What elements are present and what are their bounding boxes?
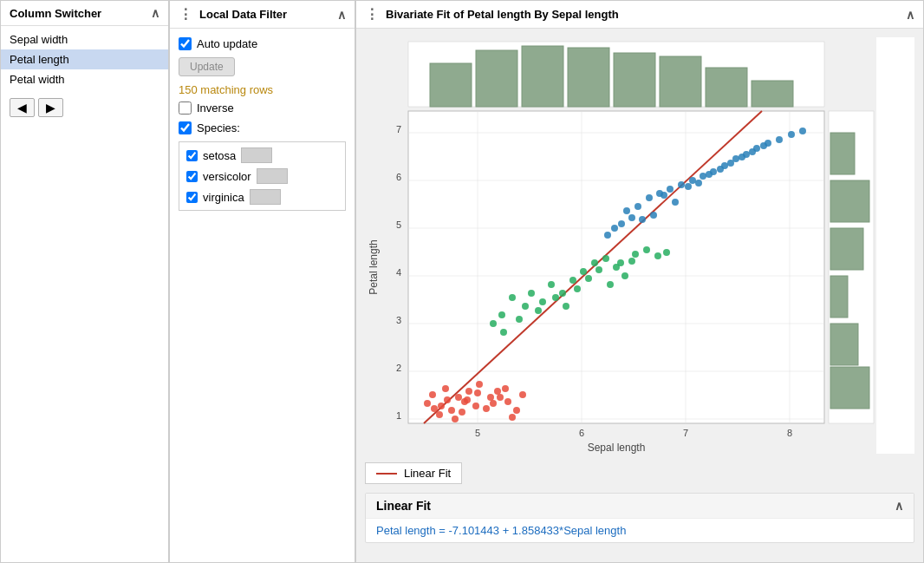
versicolor-checkbox[interactable] [186, 171, 198, 182]
svg-point-128 [650, 212, 657, 219]
inverse-checkbox[interactable] [179, 101, 192, 115]
nav-next-button[interactable]: ▶ [38, 98, 63, 117]
svg-rect-5 [568, 48, 609, 107]
filter-content: Auto update Update 150 matching rows Inv… [170, 29, 355, 219]
svg-point-122 [717, 166, 724, 173]
update-button[interactable]: Update [179, 57, 235, 76]
svg-point-93 [516, 316, 523, 323]
auto-update-checkbox[interactable] [179, 37, 192, 50]
bivariate-chart: 1 2 3 4 5 6 7 5 6 7 8 Petal length Sepal… [365, 37, 876, 454]
svg-point-66 [494, 388, 501, 395]
linear-fit-formula: Petal length = -7.101443 + 1.858433*Sepa… [366, 519, 914, 542]
bivariate-drag-handle: ⋮ [365, 6, 379, 23]
bivariate-content: 1 2 3 4 5 6 7 5 6 7 8 Petal length Sepal… [356, 29, 923, 562]
svg-rect-8 [706, 68, 747, 107]
svg-point-81 [602, 255, 609, 262]
setosa-color [241, 147, 272, 163]
svg-rect-9 [752, 81, 793, 107]
svg-point-102 [646, 194, 653, 201]
svg-point-46 [444, 396, 451, 403]
svg-point-69 [519, 391, 526, 398]
svg-point-59 [483, 405, 490, 412]
svg-point-118 [660, 192, 667, 199]
svg-rect-14 [830, 180, 869, 222]
bivariate-fit-header: ⋮ Bivariate Fit of Petal length By Sepal… [356, 1, 923, 29]
local-filter-chevron: ∧ [337, 8, 346, 22]
auto-update-row: Auto update [179, 37, 346, 50]
svg-text:2: 2 [396, 363, 401, 373]
svg-point-57 [464, 396, 471, 403]
species-checkbox[interactable] [179, 121, 192, 134]
column-item-sepal-width[interactable]: Sepal width [1, 29, 168, 49]
svg-point-98 [628, 258, 635, 265]
svg-rect-3 [476, 50, 517, 107]
svg-point-88 [607, 281, 614, 288]
svg-point-90 [552, 294, 559, 301]
nav-prev-button[interactable]: ◀ [10, 98, 35, 117]
species-list: setosa versicolor virginica [179, 141, 346, 211]
svg-point-95 [643, 246, 650, 253]
svg-point-84 [632, 251, 639, 258]
column-item-petal-width[interactable]: Petal width [1, 69, 168, 89]
svg-point-127 [639, 216, 646, 223]
setosa-checkbox[interactable] [186, 150, 198, 161]
svg-point-53 [436, 411, 443, 418]
svg-point-100 [623, 207, 630, 214]
linear-fit-chevron: ∧ [895, 499, 903, 513]
svg-point-45 [438, 403, 445, 409]
svg-point-80 [591, 259, 598, 266]
svg-point-85 [574, 285, 581, 292]
inverse-row: Inverse [179, 101, 346, 115]
svg-rect-6 [614, 53, 655, 107]
svg-point-106 [689, 177, 696, 184]
svg-rect-2 [430, 63, 472, 107]
svg-point-99 [611, 225, 618, 232]
svg-point-105 [678, 181, 685, 188]
svg-text:4: 4 [396, 267, 401, 278]
filter-drag-handle: ⋮ [179, 6, 192, 23]
species-section: Species: setosa versicolor virginica [179, 121, 346, 211]
svg-point-129 [618, 220, 625, 227]
svg-point-97 [663, 249, 670, 256]
svg-text:5: 5 [475, 428, 480, 438]
svg-point-91 [563, 303, 569, 310]
virginica-checkbox[interactable] [186, 192, 198, 203]
svg-point-130 [628, 214, 635, 221]
svg-point-50 [465, 388, 472, 395]
svg-text:5: 5 [396, 219, 401, 230]
svg-point-104 [667, 186, 673, 193]
svg-point-124 [739, 154, 745, 160]
legend-box: Linear Fit [365, 462, 462, 484]
svg-rect-11 [830, 324, 858, 365]
svg-point-87 [595, 266, 602, 273]
svg-text:8: 8 [787, 428, 792, 438]
svg-text:3: 3 [396, 315, 401, 325]
svg-rect-4 [522, 46, 563, 107]
svg-rect-16 [830, 367, 869, 409]
svg-point-52 [429, 391, 436, 398]
svg-point-43 [424, 400, 431, 407]
svg-point-73 [522, 303, 529, 310]
column-switcher-title: Column Switcher [10, 7, 101, 20]
versicolor-color [257, 168, 288, 184]
svg-point-114 [776, 136, 783, 143]
svg-rect-15 [830, 133, 855, 174]
svg-point-120 [695, 180, 702, 187]
bivariate-fit-title: Bivariate Fit of Petal length By Sepal l… [386, 8, 619, 21]
column-switcher-chevron: ∧ [151, 6, 159, 20]
svg-point-68 [513, 407, 520, 414]
bivariate-fit-chevron: ∧ [906, 8, 914, 22]
svg-text:Sepal length: Sepal length [588, 442, 646, 454]
svg-point-116 [799, 128, 806, 134]
svg-rect-13 [830, 228, 863, 270]
setosa-label: setosa [203, 149, 236, 162]
svg-point-83 [621, 272, 628, 279]
svg-point-71 [498, 311, 505, 318]
virginica-label: virginica [203, 191, 244, 204]
svg-point-92 [500, 329, 507, 336]
svg-point-51 [472, 403, 479, 409]
linear-fit-section-header: Linear Fit ∧ [366, 494, 914, 519]
svg-point-107 [700, 173, 706, 180]
column-item-petal-length[interactable]: Petal length [1, 49, 168, 69]
svg-point-56 [459, 409, 465, 416]
